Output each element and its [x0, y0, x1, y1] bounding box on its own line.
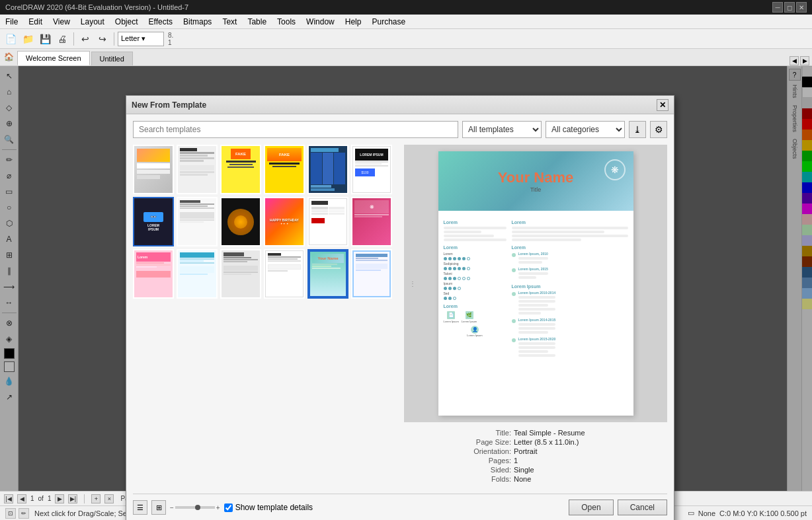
main-area: ↖ ⌂ ◇ ⊕ 🔍 ✏ ⌀ ▭ ○ ⬡ A ⊞ ∥ ⟶ ↔ ⊗ ◈ 💧 ↗ ? … — [0, 66, 812, 491]
template-thumb-16[interactable] — [264, 249, 305, 299]
template-thumb-4[interactable]: FAKE — [264, 145, 305, 194]
zoom-slider[interactable]: − + — [170, 504, 220, 511]
edu-line10 — [518, 346, 556, 349]
rline2 — [512, 231, 605, 233]
tab-document[interactable]: Untitled — [91, 52, 133, 65]
menu-view[interactable]: View — [48, 15, 75, 28]
menu-help[interactable]: Help — [340, 15, 367, 28]
add-page-btn[interactable]: + — [91, 494, 101, 503]
template-thumb-18[interactable] — [351, 249, 392, 299]
menu-edit[interactable]: Edit — [23, 15, 48, 28]
preview-container: ⋮ ❋ Your Name Title — [404, 145, 667, 422]
snap-btn[interactable]: ⊡ — [5, 508, 16, 519]
delete-page-btn[interactable]: × — [104, 494, 114, 503]
import-btn[interactable]: ⤓ — [629, 121, 646, 138]
line1 — [444, 227, 507, 229]
color-mode-btn[interactable]: ✏ — [19, 508, 29, 519]
menu-layout[interactable]: Layout — [75, 15, 110, 28]
menu-file[interactable]: File — [0, 15, 23, 28]
menu-effects[interactable]: Effects — [143, 15, 178, 28]
exp-line3 — [518, 272, 548, 275]
template-thumb-1[interactable] — [133, 145, 174, 194]
template-thumb-2[interactable] — [177, 145, 218, 194]
template-thumb-3[interactable]: FAKE — [220, 145, 261, 194]
resize-handle[interactable]: ⋮ — [409, 280, 416, 287]
template-thumb-15[interactable] — [220, 249, 261, 299]
modal-close-btn[interactable]: ✕ — [657, 99, 669, 111]
menu-table[interactable]: Table — [242, 15, 272, 28]
categories-dropdown[interactable]: All categories — [546, 121, 625, 138]
edu-title2: Lorem Ipsum 2014-2015 — [518, 318, 556, 322]
restore-btn[interactable]: ◻ — [784, 2, 795, 13]
first-page-btn[interactable]: |◀ — [4, 494, 13, 503]
zoom-selector[interactable]: Letter ▾ — [118, 32, 164, 46]
rline3 — [512, 235, 628, 237]
tab-scroll-left[interactable]: ◀ — [790, 56, 799, 65]
undo-btn[interactable]: ↩ — [77, 31, 93, 47]
edu-line12 — [518, 354, 556, 357]
window-controls: ─ ◻ ✕ — [772, 2, 807, 13]
menu-text[interactable]: Text — [217, 15, 242, 28]
skill-dots5 — [444, 297, 507, 300]
show-details-label: Show template details — [235, 503, 313, 512]
line3 — [444, 235, 494, 237]
template-thumb-7[interactable]: 👓 LOREMIPSUM — [133, 197, 174, 246]
view-grid-btn[interactable]: ⊞ — [151, 500, 166, 515]
template-thumb-11[interactable] — [307, 197, 348, 246]
action-buttons: Open Cancel — [569, 500, 667, 515]
icon-item3: 👤 Lorem Ipsum — [444, 326, 507, 337]
zoom-plus[interactable]: + — [216, 504, 220, 511]
search-row: All templates All categories ⤓ ⚙ — [133, 121, 667, 138]
template-thumb-6[interactable]: LOREM IPSUM $100 — [351, 145, 392, 194]
menu-bitmaps[interactable]: Bitmaps — [178, 15, 217, 28]
resume-body: Lorem Lorem Lorem — [438, 211, 633, 416]
template-thumb-8[interactable] — [177, 197, 218, 246]
next-page-btn[interactable]: ▶ — [55, 494, 64, 503]
menu-tools[interactable]: Tools — [272, 15, 301, 28]
template-thumb-12[interactable]: ❋ — [351, 197, 392, 246]
open-btn[interactable]: 📁 — [20, 31, 36, 47]
modal-title: New From Template — [132, 100, 206, 110]
menu-window[interactable]: Window — [301, 15, 340, 28]
menu-object[interactable]: Object — [110, 15, 143, 28]
status-icons: ⊡ ✏ — [5, 508, 29, 519]
show-details-checkbox[interactable] — [224, 503, 233, 512]
redo-btn[interactable]: ↪ — [95, 31, 110, 47]
resume-left-section3: Lorem — [444, 304, 507, 309]
template-thumb-17[interactable]: Your Name — [307, 249, 348, 299]
tab-welcome[interactable]: Welcome Screen — [17, 51, 90, 65]
template-thumb-14[interactable] — [177, 249, 218, 299]
slider-track[interactable] — [175, 506, 215, 509]
template-thumb-5[interactable] — [307, 145, 348, 194]
modal-overlay: New From Template ✕ All templates All ca… — [0, 66, 812, 491]
resume-right-section1: Lorem — [512, 220, 628, 225]
template-thumb-13[interactable]: Lorem — [133, 249, 174, 299]
menu-purchase[interactable]: Purchase — [366, 15, 411, 28]
cancel-btn[interactable]: Cancel — [618, 500, 667, 515]
edu-line7 — [518, 327, 556, 330]
minimize-btn[interactable]: ─ — [772, 2, 783, 13]
home-tab[interactable]: 🏠 — [0, 48, 17, 65]
edu-line3 — [518, 304, 548, 307]
settings-btn[interactable]: ⚙ — [650, 121, 667, 138]
view-list-btn[interactable]: ☰ — [133, 500, 147, 515]
save-btn[interactable]: 💾 — [37, 31, 53, 47]
last-page-btn[interactable]: ▶| — [68, 494, 77, 503]
close-app-btn[interactable]: ✕ — [796, 2, 807, 13]
tab-scroll-right[interactable]: ▶ — [800, 56, 809, 65]
templates-dropdown[interactable]: All templates — [462, 121, 542, 138]
search-input[interactable] — [133, 121, 458, 138]
template-thumb-9[interactable] — [220, 197, 261, 246]
zoom-minus[interactable]: − — [170, 504, 174, 511]
resume-logo: ❋ — [604, 159, 626, 180]
exp-line1 — [518, 257, 548, 260]
prev-page-btn[interactable]: ◀ — [17, 494, 26, 503]
print-btn[interactable]: 🖨 — [54, 31, 70, 47]
resume-name: Your Name — [498, 169, 574, 186]
pagesize-label: Page Size: — [458, 438, 511, 446]
new-btn[interactable]: 📄 — [3, 31, 19, 47]
template-thumb-10[interactable]: HAPPY BIRTHDAY ✦ ✦ ✦ — [264, 197, 305, 246]
open-template-btn[interactable]: Open — [569, 500, 613, 515]
page-total: 1 — [48, 495, 52, 502]
edu-dot2 — [512, 319, 516, 323]
